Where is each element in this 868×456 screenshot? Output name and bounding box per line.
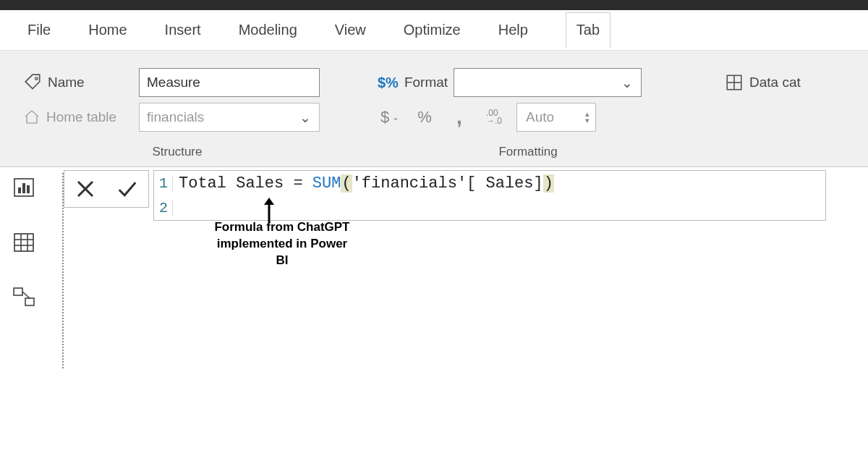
menu-tab-active[interactable]: Tab bbox=[566, 12, 610, 48]
data-view-button[interactable] bbox=[11, 231, 37, 254]
formula-text[interactable]: Total Sales = SUM('financials'[ Sales]) bbox=[173, 174, 554, 193]
chevron-down-icon: ⌄ bbox=[299, 109, 312, 126]
format-select[interactable]: ⌄ bbox=[454, 68, 642, 97]
formula-line-1: 1 Total Sales = SUM('financials'[ Sales]… bbox=[154, 171, 825, 195]
menu-view[interactable]: View bbox=[335, 22, 366, 38]
name-input[interactable] bbox=[139, 68, 320, 97]
menu-file[interactable]: File bbox=[27, 22, 51, 38]
format-label-text: Format bbox=[404, 75, 448, 90]
formula-bar-actions bbox=[64, 170, 149, 208]
annotation-text: Formula from ChatGPT implemented in Powe… bbox=[210, 219, 354, 269]
format-icon: $% bbox=[378, 75, 399, 91]
tag-icon bbox=[23, 73, 42, 92]
decimal-places-stepper[interactable]: Auto ▴▾ bbox=[516, 103, 596, 132]
window-titlebar bbox=[0, 0, 868, 10]
home-table-label: Home table bbox=[23, 109, 139, 126]
menu-home[interactable]: Home bbox=[88, 22, 127, 38]
data-category-icon bbox=[725, 73, 744, 92]
chevron-down-icon: ⌄ bbox=[621, 75, 634, 91]
data-category-label-text: Data cat bbox=[749, 75, 801, 90]
commit-button[interactable] bbox=[106, 171, 148, 207]
menu-insert[interactable]: Insert bbox=[165, 22, 201, 38]
work-area: 1 Total Sales = SUM('financials'[ Sales]… bbox=[0, 167, 868, 368]
view-switcher-rail bbox=[0, 167, 48, 368]
svg-line-15 bbox=[22, 292, 30, 298]
stepper-arrows-icon: ▴▾ bbox=[585, 111, 590, 124]
svg-rect-5 bbox=[18, 187, 21, 193]
formula-line-2: 2 bbox=[154, 195, 825, 220]
home-table-select[interactable]: financials ⌄ bbox=[139, 103, 320, 132]
ribbon-group-properties: Data cat bbox=[702, 65, 868, 166]
currency-button[interactable]: $ ⌄ bbox=[378, 103, 402, 132]
menu-help[interactable]: Help bbox=[498, 22, 528, 38]
structure-caption: Structure bbox=[0, 135, 354, 166]
home-icon bbox=[23, 109, 41, 126]
decimal-places-icon[interactable]: .00 →.0 bbox=[482, 103, 506, 132]
check-icon bbox=[115, 178, 140, 200]
svg-rect-13 bbox=[14, 288, 22, 295]
name-label-text: Name bbox=[48, 75, 85, 90]
name-label: Name bbox=[23, 73, 139, 92]
close-icon bbox=[75, 178, 96, 200]
thousands-separator-button[interactable]: , bbox=[447, 103, 472, 132]
ribbon-group-structure: Name Home table financials ⌄ Structure bbox=[0, 65, 354, 166]
ribbon: Name Home table financials ⌄ Structure bbox=[0, 51, 868, 167]
chevron-down-icon: ⌄ bbox=[392, 112, 399, 122]
svg-rect-8 bbox=[14, 234, 33, 251]
svg-point-0 bbox=[35, 77, 38, 80]
formatting-caption: Formatting bbox=[354, 135, 702, 166]
report-view-button[interactable] bbox=[11, 176, 37, 199]
home-table-value: financials bbox=[147, 109, 204, 125]
cancel-button[interactable] bbox=[64, 171, 106, 207]
annotation-arrow-icon bbox=[262, 198, 276, 222]
line-number: 2 bbox=[154, 200, 173, 216]
decimal-places-value: Auto bbox=[526, 109, 554, 125]
svg-rect-14 bbox=[25, 298, 34, 305]
svg-rect-6 bbox=[22, 183, 25, 193]
format-label: $% Format bbox=[378, 75, 448, 91]
model-view-button[interactable] bbox=[11, 286, 37, 309]
data-category-label: Data cat bbox=[725, 73, 801, 92]
formula-editor[interactable]: 1 Total Sales = SUM('financials'[ Sales]… bbox=[153, 170, 826, 221]
line-number: 1 bbox=[154, 175, 173, 192]
menu-modeling[interactable]: Modeling bbox=[239, 22, 297, 38]
svg-rect-7 bbox=[27, 185, 30, 193]
percent-button[interactable]: % bbox=[412, 103, 437, 132]
home-table-label-text: Home table bbox=[46, 109, 116, 125]
svg-marker-19 bbox=[264, 198, 274, 205]
ribbon-group-formatting: $% Format ⌄ $ ⌄ % , .00 →.0 Auto ▴▾ bbox=[354, 65, 702, 166]
menu-bar: File Home Insert Modeling View Optimize … bbox=[0, 10, 868, 51]
menu-optimize[interactable]: Optimize bbox=[404, 22, 461, 38]
